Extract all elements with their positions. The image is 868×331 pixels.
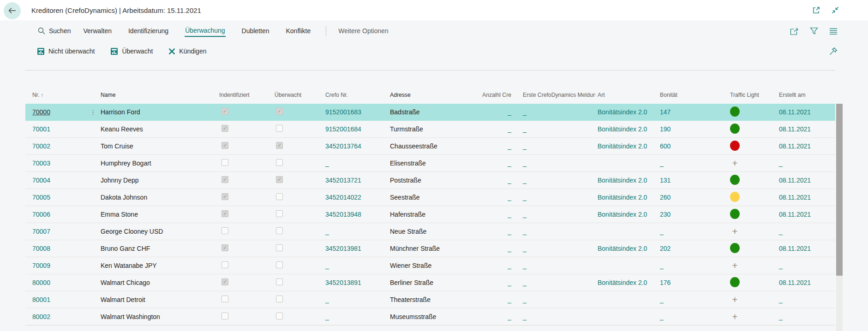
nr-link[interactable]: 70004 [32,177,50,184]
art-link[interactable]: Bonitätsindex 2.0 [598,279,647,286]
collapse-icon[interactable] [831,6,839,14]
erstellt-am-link[interactable]: _ [779,160,783,167]
table-row[interactable]: 70001Keanu Reeves9152001684Turmstraße__B… [25,121,835,138]
erstellt-am-link[interactable]: 08.11.2021 [779,177,811,184]
back-button[interactable] [4,2,21,19]
erstellt-am-link[interactable]: _ [779,296,783,303]
crefo-nr-link[interactable]: _ [325,262,329,269]
bonitaet-link[interactable]: _ [660,160,664,167]
table-row[interactable]: 70005Dakota Johnson3452014022Seestraße__… [25,189,835,206]
erstellt-am-link[interactable]: 08.11.2021 [779,142,811,150]
column-header-ident[interactable]: Indentifiziert [217,91,272,104]
anzahl-meldungen-link[interactable]: _ [508,194,511,201]
crefo-nr-link[interactable]: 3452013891 [325,279,361,286]
erste-meldung-link[interactable]: _ [523,160,527,167]
menu-item-identifizierung[interactable]: Identifizierung [128,26,169,36]
erste-meldung-link[interactable]: _ [523,125,527,133]
erstellt-am-link[interactable]: _ [779,262,783,269]
art-link[interactable]: Bonitätsindex 2.0 [598,194,647,201]
nr-link[interactable]: 70008 [32,245,50,252]
nr-link[interactable]: 70001 [32,125,50,133]
column-header-traffic[interactable]: Traffic Light [727,91,775,104]
menu-item-konflikte[interactable]: Konflikte [285,26,311,36]
crefo-nr-link[interactable]: 3452013948 [325,211,361,218]
table-row[interactable]: 70003Humphrey Bogart_Elisenstraße___+_ [25,155,835,172]
crefo-nr-link[interactable]: _ [325,296,329,303]
anzahl-meldungen-link[interactable]: _ [508,125,511,133]
table-row[interactable]: 70006Emma Stone3452013948Hafenstraße__Bo… [25,206,835,223]
anzahl-meldungen-link[interactable]: _ [508,279,511,286]
erstellt-am-link[interactable]: _ [779,313,783,320]
nr-link[interactable]: 80002 [32,313,50,320]
bonitaet-link[interactable]: 260 [660,194,670,201]
column-header-art[interactable]: Art [595,91,658,104]
table-row[interactable]: 80001Walmart Detroit_Theaterstraße___+_ [25,291,835,308]
crefo-nr-link[interactable]: 3452013721 [325,177,361,184]
bonitaet-link[interactable]: _ [660,262,664,269]
menu-item-verwalten[interactable]: Verwalten [83,26,112,36]
erste-meldung-link[interactable]: _ [523,177,527,184]
vertical-scrollbar[interactable] [836,104,843,331]
erstellt-am-link[interactable]: _ [779,228,783,235]
column-header-anzahl[interactable]: Anzalhl CrefoDynamics Meldungen [482,91,511,104]
nr-link[interactable]: 80001 [32,296,50,303]
nr-link[interactable]: 70007 [32,228,50,235]
filter-icon[interactable] [810,27,818,35]
bonitaet-link[interactable]: 600 [660,142,670,150]
pin-icon[interactable] [829,47,838,55]
art-link[interactable]: Bonitätsindex 2.0 [598,211,647,218]
nr-link[interactable]: 70009 [32,262,50,269]
erstellt-am-link[interactable]: 08.11.2021 [779,108,811,116]
bonitaet-link[interactable]: _ [660,313,664,320]
erste-meldung-link[interactable]: _ [523,211,527,218]
column-header-erstellt[interactable]: Erstellt am [775,91,835,104]
crefo-nr-link[interactable]: 3452014022 [325,194,361,201]
column-header-bonitaet[interactable]: Bonität [658,91,727,104]
nr-link[interactable]: 70000 [32,108,50,116]
erstellt-am-link[interactable]: 08.11.2021 [779,211,811,218]
nr-link[interactable]: 70005 [32,194,50,201]
erstellt-am-link[interactable]: 08.11.2021 [779,279,811,286]
erstellt-am-link[interactable]: 08.11.2021 [779,245,811,252]
anzahl-meldungen-link[interactable]: _ [508,211,511,218]
table-row[interactable]: 70008Bruno Ganz CHF3452013981Münchner St… [25,240,835,257]
bonitaet-link[interactable]: 202 [660,245,670,252]
table-row[interactable]: 80000Walmart Chicago3452013891Berliner S… [25,274,835,291]
column-header-adresse[interactable]: Adresse [388,91,482,104]
crefo-nr-link[interactable]: _ [325,228,329,235]
table-row[interactable]: 70002Tom Cruise3452013764Chausseestraße_… [25,138,835,155]
erste-meldung-link[interactable]: _ [523,296,527,303]
bonitaet-link[interactable]: _ [660,228,664,235]
menu-item-berwachung[interactable]: Überwachung [185,25,225,37]
erste-meldung-link[interactable]: _ [523,262,527,269]
erste-meldung-link[interactable]: _ [523,279,527,286]
art-link[interactable]: Bonitätsindex 2.0 [598,177,647,184]
table-row[interactable]: 70000⋮Harrison Ford9152001683Badstraße__… [25,104,835,121]
column-header-crefo[interactable]: Crefo Nr. [321,91,388,104]
action-berwacht[interactable]: Überwacht [110,47,153,55]
bonitaet-link[interactable]: 230 [660,211,670,218]
add-traffic-light-icon[interactable]: + [730,159,740,168]
open-in-new-window-icon[interactable] [812,6,820,14]
list-view-icon[interactable] [829,28,838,35]
erste-meldung-link[interactable]: _ [523,108,527,116]
bonitaet-link[interactable]: 147 [660,108,670,116]
anzahl-meldungen-link[interactable]: _ [508,177,511,184]
art-link[interactable]: Bonitätsindex 2.0 [598,245,647,252]
anzahl-meldungen-link[interactable]: _ [508,296,511,303]
anzahl-meldungen-link[interactable]: _ [508,160,511,167]
nr-link[interactable]: 70006 [32,211,50,218]
share-icon[interactable] [790,27,799,35]
nr-link[interactable]: 70002 [32,142,50,150]
column-header-nr[interactable]: Nr.↑ [25,91,94,104]
column-header-erste[interactable]: Erste CrefoDynamics Meldung [511,91,595,104]
anzahl-meldungen-link[interactable]: _ [508,313,511,320]
column-header-uberw[interactable]: Überwacht [272,91,321,104]
table-row[interactable]: 70007George Clooney USD_Neue Straße___+_ [25,223,835,240]
bonitaet-link[interactable]: 131 [660,177,670,184]
bonitaet-link[interactable]: 190 [660,125,670,133]
add-traffic-light-icon[interactable]: + [730,227,740,236]
table-row[interactable]: 80002Walmart Washington_Museumsstraße___… [25,308,835,325]
erstellt-am-link[interactable]: 08.11.2021 [779,194,811,201]
anzahl-meldungen-link[interactable]: _ [508,108,511,116]
